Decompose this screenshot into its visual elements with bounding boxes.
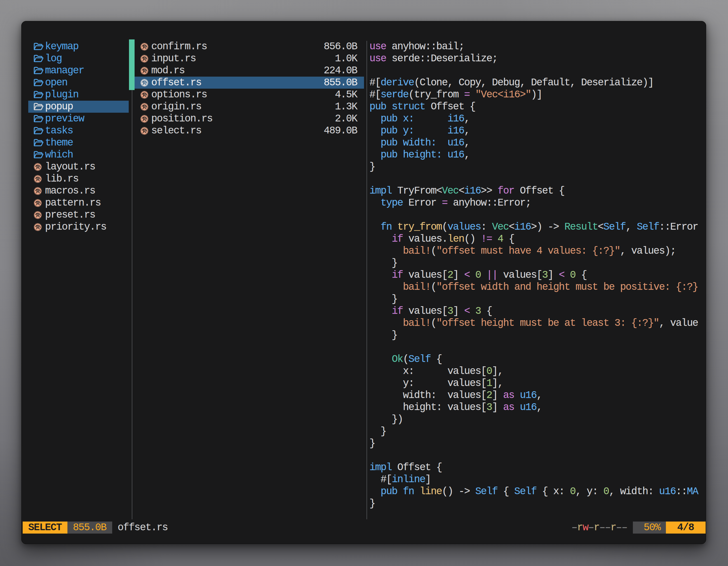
svg-text:R: R (143, 104, 146, 110)
svg-text:R: R (36, 177, 40, 182)
svg-text:R: R (143, 80, 146, 86)
svg-text:R: R (36, 213, 40, 218)
svg-text:R: R (36, 165, 40, 170)
svg-text:R: R (143, 44, 146, 50)
svg-text:R: R (143, 116, 146, 122)
svg-text:R: R (36, 189, 40, 194)
svg-text:R: R (143, 56, 146, 62)
svg-text:R: R (36, 201, 40, 206)
svg-text:R: R (143, 68, 146, 74)
svg-text:R: R (36, 225, 40, 230)
svg-text:R: R (143, 92, 146, 98)
svg-text:R: R (143, 128, 146, 134)
